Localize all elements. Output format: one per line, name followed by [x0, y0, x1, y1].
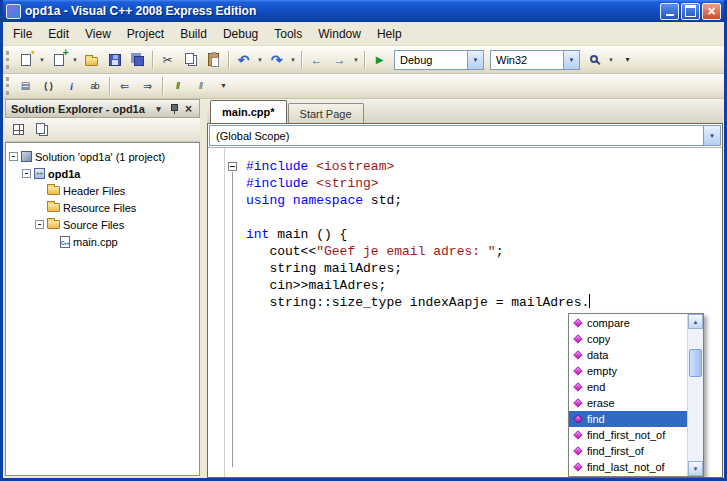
tree-item-resource-files[interactable]: Resource Files — [6, 199, 199, 216]
menu-item-file[interactable]: File — [5, 24, 40, 44]
menu-item-window[interactable]: Window — [310, 24, 369, 44]
tree-expander-icon[interactable] — [22, 169, 31, 178]
intellisense-item-data[interactable]: data — [569, 347, 687, 363]
parameter-info-icon[interactable]: ( ) — [37, 75, 60, 97]
menu-item-project[interactable]: Project — [119, 24, 172, 44]
scope-selector-combo[interactable]: (Global Scope) ▼ — [209, 125, 721, 146]
dropdown-arrow-icon[interactable]: ▼ — [37, 49, 47, 71]
toolbar-separator — [228, 51, 229, 69]
scrollbar-thumb[interactable] — [689, 349, 702, 377]
solution-explorer-header[interactable]: Solution Explorer - opd1a — [5, 99, 200, 118]
cut-icon[interactable]: ✂ — [156, 49, 179, 71]
close-panel-icon[interactable] — [181, 102, 196, 116]
quick-info-icon[interactable]: i — [60, 75, 83, 97]
minimize-button[interactable] — [660, 3, 679, 20]
word-completion-icon[interactable]: ab — [83, 75, 106, 97]
intellisense-item-end[interactable]: end — [569, 379, 687, 395]
toolbar-grip[interactable] — [6, 51, 11, 69]
dropdown-arrow-icon[interactable]: ▼ — [606, 49, 616, 71]
redo-icon[interactable]: ↷ — [265, 49, 288, 71]
standard-toolbar: ▼▼✂↶▼↷▼←→▼▶Debug▼Win32▼▼▾ — [3, 46, 724, 74]
code-editor[interactable]: #include <iostream>#include <string>usin… — [208, 147, 722, 477]
text-editor-toolbar-items: ▤( )iab⇐⇒////▾ — [14, 75, 235, 97]
paste-icon[interactable] — [202, 49, 225, 71]
comment-selection-icon[interactable]: // — [166, 75, 189, 97]
document-frame: (Global Scope) ▼ #include <iostream>#inc… — [207, 123, 723, 478]
tree-expander-icon[interactable] — [9, 152, 18, 161]
intellisense-item-find-first-not-of[interactable]: find_first_not_of — [569, 427, 687, 443]
menu-item-help[interactable]: Help — [369, 24, 410, 44]
save-all-icon[interactable] — [126, 49, 149, 71]
open-file-icon[interactable] — [80, 49, 103, 71]
tree-expander-icon[interactable] — [35, 220, 44, 229]
intellisense-item-label: find_first_not_of — [587, 429, 665, 441]
save-icon[interactable] — [103, 49, 126, 71]
main-area: Solution Explorer - opd1a Solution 'opd1… — [3, 99, 724, 478]
toolbar-grip[interactable] — [6, 77, 11, 95]
add-new-item-icon[interactable] — [47, 49, 70, 71]
tree-item-opd1a[interactable]: opd1a — [6, 165, 199, 182]
solution-platforms-combo[interactable]: Win32▼ — [490, 50, 580, 70]
intellisense-item-label: copy — [587, 333, 610, 345]
window-position-icon[interactable] — [151, 102, 166, 116]
tree-item-header-files[interactable]: Header Files — [6, 182, 199, 199]
dropdown-arrow-icon[interactable]: ▼ — [351, 49, 361, 71]
new-project-icon[interactable] — [14, 49, 37, 71]
display-member-list-icon[interactable]: ▤ — [14, 75, 37, 97]
solution-icon — [21, 151, 32, 162]
dropdown-arrow-icon[interactable]: ▼ — [255, 49, 265, 71]
tab-start-page[interactable]: Start Page — [288, 103, 364, 123]
uncomment-selection-icon[interactable]: // — [189, 75, 212, 97]
menu-item-debug[interactable]: Debug — [215, 24, 266, 44]
menu-item-view[interactable]: View — [77, 24, 119, 44]
intellisense-scrollbar[interactable] — [687, 314, 703, 476]
toolbar-options-icon[interactable]: ▾ — [616, 49, 639, 71]
menu-item-build[interactable]: Build — [172, 24, 215, 44]
intellisense-item-erase[interactable]: erase — [569, 395, 687, 411]
tree-item-main-cpp[interactable]: main.cpp — [6, 233, 199, 250]
dropdown-arrow-icon[interactable]: ▼ — [70, 49, 80, 71]
solution-configurations-combo[interactable]: Debug▼ — [394, 50, 484, 70]
maximize-button[interactable] — [681, 3, 700, 20]
app-icon[interactable] — [6, 4, 21, 19]
chevron-down-icon[interactable]: ▼ — [563, 51, 579, 69]
toolbar-separator — [152, 51, 153, 69]
intellisense-item-compare[interactable]: compare — [569, 315, 687, 331]
intellisense-item-find-first-of[interactable]: find_first_of — [569, 443, 687, 459]
copy-icon[interactable] — [179, 49, 202, 71]
chevron-down-icon[interactable]: ▼ — [467, 51, 483, 69]
start-debugging-icon[interactable]: ▶ — [368, 49, 391, 71]
menu-item-tools[interactable]: Tools — [266, 24, 310, 44]
window-controls — [660, 3, 721, 20]
editor-tabs: main.cpp*Start Page — [207, 99, 723, 123]
toolbar-options-icon[interactable]: ▾ — [212, 75, 235, 97]
navigate-backward-icon[interactable]: ← — [305, 49, 328, 71]
increase-indent-icon[interactable]: ⇒ — [136, 75, 159, 97]
intellisense-item-find-last-not-of[interactable]: find_last_not_of — [569, 459, 687, 475]
navigate-forward-icon[interactable]: → — [328, 49, 351, 71]
tree-item-source-files[interactable]: Source Files — [6, 216, 199, 233]
undo-icon[interactable]: ↶ — [232, 49, 255, 71]
properties-icon[interactable] — [7, 119, 30, 141]
close-button[interactable] — [702, 3, 721, 20]
intellisense-item-copy[interactable]: copy — [569, 331, 687, 347]
chevron-down-icon[interactable]: ▼ — [703, 126, 720, 145]
scroll-up-icon[interactable] — [688, 314, 703, 329]
show-all-files-icon[interactable] — [30, 119, 53, 141]
solution-tree: Solution 'opd1a' (1 project)opd1aHeader … — [5, 142, 200, 476]
scroll-down-icon[interactable] — [688, 461, 703, 476]
scrollbar-track[interactable] — [688, 329, 703, 461]
text-editor-toolbar: ▤( )iab⇐⇒////▾ — [3, 74, 724, 99]
menu-item-edit[interactable]: Edit — [40, 24, 77, 44]
pin-icon[interactable] — [166, 102, 181, 116]
intellisense-item-find[interactable]: find — [569, 411, 687, 427]
method-icon — [573, 446, 583, 456]
decrease-indent-icon[interactable]: ⇐ — [113, 75, 136, 97]
tab-main-cpp[interactable]: main.cpp* — [210, 100, 287, 123]
intellisense-item-empty[interactable]: empty — [569, 363, 687, 379]
cpp-icon — [60, 236, 70, 248]
window-title: opd1a - Visual C++ 2008 Express Edition — [25, 4, 660, 18]
find-in-files-icon[interactable] — [583, 49, 606, 71]
tree-item-solution-opd1a-1-project[interactable]: Solution 'opd1a' (1 project) — [6, 148, 199, 165]
dropdown-arrow-icon[interactable]: ▼ — [288, 49, 298, 71]
